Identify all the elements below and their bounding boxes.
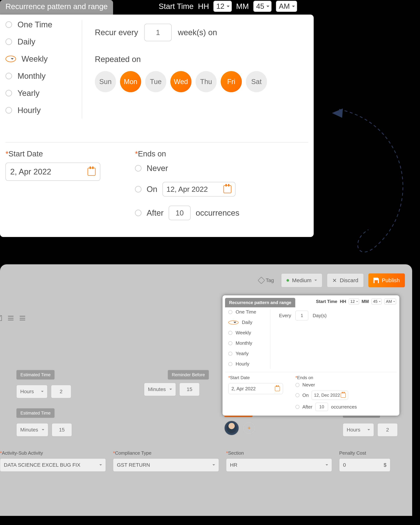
freq-option-monthly[interactable]: Monthly [228,340,270,346]
mm-select[interactable]: 45 [253,1,272,12]
reminder-before-unit-select[interactable]: Minutes [144,383,176,396]
every-row: Every 1 Day(s) [279,311,327,320]
ends-on-option[interactable]: On 12, Dec 2022 [296,391,357,400]
recur-every-input[interactable]: 1 [144,24,172,41]
section-select[interactable]: HR [226,459,332,472]
ends-on-date-input[interactable]: 12, Apr 2022 [162,182,235,197]
publish-button[interactable]: Publish [368,273,405,287]
recurrence-tab[interactable]: Recurrence pattern and range [0,0,113,16]
activity-select[interactable]: DATA SCIENCE EXCEL BUG FIX [0,459,106,472]
compliance-select[interactable]: GST RETURN [113,459,219,472]
discard-button[interactable]: ✕Discard [327,273,364,287]
priority-select[interactable]: Medium [281,273,322,287]
freq-option-daily[interactable]: Daily [228,319,270,325]
day-toggle-tue[interactable]: Tue [145,71,166,92]
freq-option-hourly[interactable]: Hourly [5,106,76,115]
day-toggle-sat[interactable]: Sat [246,71,267,92]
freq-option-yearly[interactable]: Yearly [228,351,270,356]
mm-label: MM [236,2,249,11]
chevron-down-icon [325,464,328,467]
radio-icon [135,186,142,193]
ends-on-option[interactable]: On 12, Apr 2022 [135,182,239,197]
reminder-before-value-input[interactable]: 15 [180,383,200,396]
penalty-input[interactable]: 0$ [339,459,390,472]
radio-icon [296,383,299,387]
compliance-label: *Compliance Type [113,450,219,456]
radio-icon [296,393,299,397]
freq-option-label: One Time [18,20,52,29]
hh-label: HH [198,2,209,11]
reminder-after-value-input[interactable]: 2 [378,423,398,436]
every-input[interactable]: 1 [296,311,308,320]
chevron-down-icon [169,389,172,391]
activity-label: *Activity-Sub Activity [0,450,106,456]
chevron-down-icon [42,429,44,432]
ends-after-input[interactable]: 10 [169,206,191,220]
day-toggle-mon[interactable]: Mon [120,71,141,92]
chevron-down-icon [367,429,370,432]
start-date-input[interactable]: 2, Apr 2022 [228,383,283,394]
radio-icon [135,165,142,171]
day-toggle-fri[interactable]: Fri [221,71,242,92]
estimated-unit-select[interactable]: Hours [16,385,48,398]
ends-after-input[interactable]: 10 [315,403,328,411]
hh-select[interactable]: 12 [349,299,359,304]
ends-on-label: *Ends on [135,150,239,158]
unordered-list-icon[interactable] [20,316,25,320]
estimated-unit-select-2[interactable]: Minutes [16,423,48,436]
radio-icon [5,107,12,113]
calendar-icon [341,393,346,398]
recurrence-tab[interactable]: Recurrence pattern and range [225,298,295,307]
add-escalation-user-button[interactable]: + [243,422,255,434]
ends-after-option[interactable]: After 10 occurrences [135,206,239,220]
checklist-icon[interactable] [0,315,2,321]
priority-dot-icon [286,279,289,282]
radio-icon [228,352,232,356]
radio-icon [5,56,16,62]
radio-icon [135,210,142,216]
freq-option-yearly[interactable]: Yearly [5,89,76,98]
recurrence-panel: One TimeDailyWeeklyMonthlyYearlyHourly R… [0,15,314,237]
freq-option-weekly[interactable]: Weekly [5,54,76,64]
freq-option-weekly[interactable]: Weekly [228,330,270,336]
day-toggle-wed[interactable]: Wed [170,71,191,92]
reminder-before-badge: Reminder Before [168,370,209,380]
calendar-icon [87,168,95,176]
ends-on-label: Ends on [297,375,313,380]
radio-icon [228,341,232,345]
ends-never-option[interactable]: Never [296,382,357,388]
freq-option-one-time[interactable]: One Time [228,309,270,315]
start-date-input[interactable]: 2, Apr 2022 [5,163,100,181]
ends-on-date-input[interactable]: 12, Dec 2022 [312,391,348,400]
hh-select[interactable]: 12 [213,1,232,12]
tag-button[interactable]: Tag [259,277,274,283]
freq-option-monthly[interactable]: Monthly [5,71,76,81]
chevron-down-icon [99,464,102,467]
calendar-icon [275,386,280,391]
estimated-value-input[interactable]: 2 [51,385,71,398]
mm-select[interactable]: 45 [372,299,382,304]
radio-icon [5,90,12,96]
ends-never-option[interactable]: Never [135,164,239,173]
freq-option-label: Weekly [236,330,251,336]
freq-option-one-time[interactable]: One Time [5,20,76,29]
start-time-label: Start Time [159,2,193,11]
recur-every-row: Recur every 1 week(s) on [95,24,217,41]
day-toggle-sun[interactable]: Sun [95,71,116,92]
freq-option-hourly[interactable]: Hourly [228,361,270,367]
escalation-avatar[interactable] [224,421,239,435]
freq-option-label: Monthly [236,340,252,346]
reminder-after-unit-select[interactable]: Hours [343,423,374,436]
day-toggle-thu[interactable]: Thu [195,71,217,92]
estimated-value-input-2[interactable]: 15 [52,423,72,436]
ordered-list-icon[interactable] [8,316,13,320]
section-label: *Section [226,450,332,456]
freq-option-daily[interactable]: Daily [5,37,76,46]
recur-every-suffix: week(s) on [178,28,217,37]
ends-after-option[interactable]: After 10 occurrences [296,403,357,411]
radio-icon [5,21,12,28]
freq-option-label: Yearly [18,89,39,98]
ampm-select[interactable]: AM [384,299,396,304]
radio-icon [296,405,299,409]
ampm-select[interactable]: AM [276,1,297,12]
